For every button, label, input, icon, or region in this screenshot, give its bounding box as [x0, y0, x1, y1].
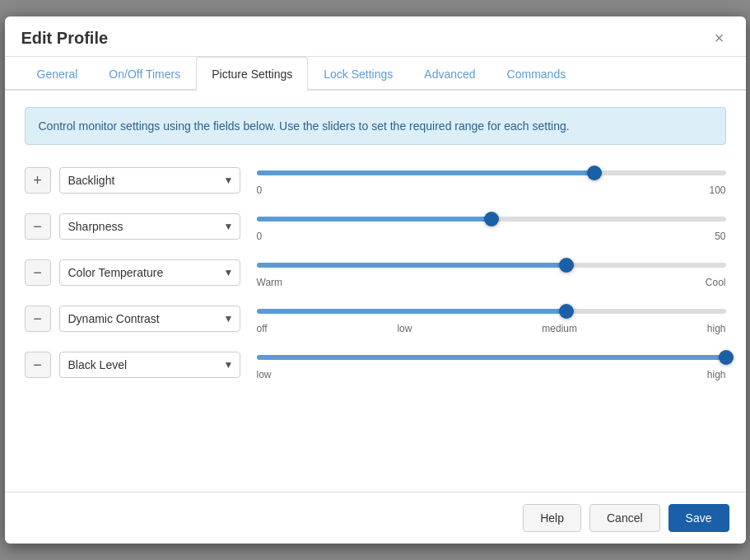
slider-label-medium: medium — [542, 323, 577, 334]
slider-fill-sharpness — [257, 217, 491, 222]
cancel-button[interactable]: Cancel — [589, 504, 660, 532]
tab-bar: GeneralOn/Off TimersPicture SettingsLock… — [5, 57, 746, 91]
slider-container-sharpness: 050 — [257, 211, 726, 242]
slider-fill-dynamic-contrast — [257, 309, 566, 314]
slider-label-off: off — [257, 323, 268, 334]
setting-row-sharpness: −Sharpness▼050 — [25, 211, 726, 242]
slider-track-sharpness — [257, 211, 726, 227]
tab-lock[interactable]: Lock Settings — [308, 57, 408, 91]
slider-label-min-backlight: 0 — [257, 184, 263, 196]
select-wrap-backlight: BacklightBrightnessContrast▼ — [59, 167, 240, 194]
edit-profile-modal: Edit Profile × GeneralOn/Off TimersPictu… — [5, 16, 746, 544]
info-message: Control monitor settings using the field… — [25, 107, 726, 145]
slider-container-backlight: 0100 — [257, 165, 726, 196]
select-black-level[interactable]: Black Level — [59, 352, 240, 378]
slider-thumb-black-level[interactable] — [719, 350, 734, 365]
setting-row-color-temperature: −Color Temperature▼WarmCool — [25, 257, 726, 288]
slider-label-min-black-level: low — [257, 369, 272, 380]
slider-labels-sharpness: 050 — [257, 231, 726, 242]
slider-track-color-temperature — [257, 257, 726, 273]
slider-bg-sharpness[interactable] — [257, 217, 726, 222]
slider-labels-color-temperature: WarmCool — [257, 277, 726, 288]
slider-track-dynamic-contrast — [257, 303, 726, 320]
slider-labels-black-level: lowhigh — [257, 369, 726, 380]
modal-title: Edit Profile — [21, 29, 109, 48]
slider-label-max-sharpness: 50 — [715, 231, 725, 242]
select-wrap-sharpness: Sharpness▼ — [59, 213, 240, 240]
help-button[interactable]: Help — [523, 504, 581, 532]
tab-timers[interactable]: On/Off Timers — [93, 57, 196, 91]
slider-labels-backlight: 0100 — [257, 184, 726, 196]
tab-general[interactable]: General — [21, 57, 94, 91]
slider-container-black-level: lowhigh — [257, 349, 726, 380]
setting-row-dynamic-contrast: −Dynamic Contrast▼offlowmediumhigh — [25, 303, 726, 334]
slider-container-color-temperature: WarmCool — [257, 257, 726, 288]
slider-label-max-black-level: high — [707, 369, 726, 380]
select-wrap-dynamic-contrast: Dynamic Contrast▼ — [59, 306, 240, 332]
tab-picture[interactable]: Picture Settings — [196, 57, 308, 91]
slider-thumb-dynamic-contrast[interactable] — [559, 304, 574, 319]
slider-label-max-backlight: 100 — [709, 184, 725, 196]
slider-thumb-color-temperature[interactable] — [559, 258, 574, 273]
slider-bg-color-temperature[interactable] — [257, 263, 726, 268]
slider-thumb-sharpness[interactable] — [484, 212, 499, 226]
slider-track-black-level — [257, 349, 726, 366]
select-wrap-black-level: Black Level▼ — [59, 352, 240, 378]
slider-label-min-sharpness: 0 — [257, 231, 263, 242]
slider-fill-backlight — [257, 170, 594, 175]
settings-list: +BacklightBrightnessContrast▼0100−Sharpn… — [25, 165, 726, 380]
modal-footer: Help Cancel Save — [5, 492, 746, 544]
slider-thumb-backlight[interactable] — [587, 166, 602, 180]
slider-track-backlight — [257, 165, 726, 181]
slider-bg-dynamic-contrast[interactable] — [257, 309, 726, 314]
setting-row-black-level: −Black Level▼lowhigh — [25, 349, 726, 380]
setting-row-backlight: +BacklightBrightnessContrast▼0100 — [25, 165, 726, 196]
remove-btn-dynamic-contrast[interactable]: − — [25, 306, 51, 332]
slider-labels-dynamic-contrast: offlowmediumhigh — [257, 323, 726, 334]
remove-btn-color-temperature[interactable]: − — [25, 259, 51, 286]
select-backlight[interactable]: BacklightBrightnessContrast — [59, 167, 240, 194]
slider-label-low: low — [397, 323, 412, 334]
slider-label-high: high — [707, 323, 726, 334]
slider-label-min-color-temperature: Warm — [257, 277, 283, 288]
slider-bg-black-level[interactable] — [257, 355, 726, 360]
slider-label-max-color-temperature: Cool — [706, 277, 726, 288]
select-sharpness[interactable]: Sharpness — [59, 213, 240, 240]
save-button[interactable]: Save — [668, 504, 729, 532]
modal-body: Control monitor settings using the field… — [5, 91, 746, 492]
select-color-temperature[interactable]: Color Temperature — [59, 259, 240, 286]
remove-btn-black-level[interactable]: − — [25, 352, 51, 378]
select-dynamic-contrast[interactable]: Dynamic Contrast — [59, 306, 240, 332]
close-button[interactable]: × — [710, 28, 729, 48]
remove-btn-sharpness[interactable]: − — [25, 213, 51, 240]
slider-fill-black-level — [257, 355, 726, 360]
slider-bg-backlight[interactable] — [257, 170, 726, 175]
tab-commands[interactable]: Commands — [491, 57, 582, 91]
modal-header: Edit Profile × — [5, 16, 746, 57]
select-wrap-color-temperature: Color Temperature▼ — [59, 259, 240, 286]
slider-fill-color-temperature — [257, 263, 566, 268]
tab-advanced[interactable]: Advanced — [408, 57, 491, 91]
add-btn-backlight[interactable]: + — [25, 167, 51, 194]
slider-container-dynamic-contrast: offlowmediumhigh — [257, 303, 726, 334]
